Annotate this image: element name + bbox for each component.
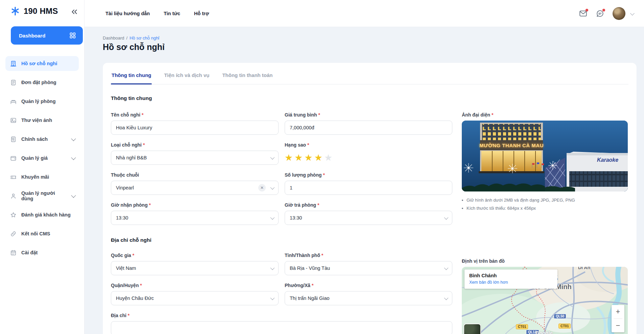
field-gio-tra-phong: Giờ trả phòng 13:30 (285, 202, 452, 225)
topnav-item-tin-tuc[interactable]: Tin tức (164, 11, 180, 16)
map[interactable]: phố Hồ Chí Minh Dĩ An QL50 CT01 CT01 QL1… (462, 267, 628, 334)
star-icon[interactable] (294, 153, 303, 162)
sidebar-item-ket-noi-cms[interactable]: Kết nối CMS (5, 226, 79, 241)
sidebar-item-quan-ly-phong[interactable]: Quản lý phòng (5, 94, 79, 109)
breadcrumb-dashboard[interactable]: Dashboard (103, 35, 124, 41)
sidebar-item-label: Quản lý phòng (21, 99, 75, 104)
section-address-heading: Địa chỉ chỗ nghỉ (111, 237, 452, 243)
mail-button[interactable] (579, 9, 588, 18)
sidebar-item-quan-ly-gia[interactable]: Quản lý giá (5, 151, 79, 165)
map-district-label: Dĩ An (578, 267, 590, 270)
room-count-input[interactable] (285, 181, 452, 195)
grid-icon (69, 32, 76, 39)
sidebar-collapse-icon[interactable] (70, 7, 79, 16)
field-thuoc-chuoi: Thuộc chuỗi Vinpearl ✕ (111, 172, 279, 195)
sidebar-item-ho-so-cho-nghi[interactable]: Hồ sơ chỗ nghỉ (5, 56, 79, 71)
gallery-icon (10, 117, 17, 124)
checkin-select[interactable]: 13:30 (111, 211, 279, 225)
chain-select[interactable]: Vinpearl ✕ (111, 181, 279, 195)
road-badge-ql50: QL50 (554, 314, 566, 319)
chevron-down-icon (270, 265, 275, 270)
zoom-out-button[interactable]: − (612, 319, 624, 332)
bullet-icon (462, 200, 463, 201)
sidebar-item-cai-dat[interactable]: Cài đặt (5, 245, 79, 260)
star-icon[interactable] (304, 153, 312, 162)
clear-icon[interactable]: ✕ (258, 184, 266, 191)
checkout-select[interactable]: 13:30 (285, 211, 452, 225)
map-section: Định vị trên bản đồ (462, 258, 628, 334)
topbar-actions (579, 7, 634, 20)
photo-label: Ảnh đại diện (462, 112, 628, 118)
sidebar-item-danh-gia-khach-hang[interactable]: Đánh giá khách hàng (5, 207, 79, 222)
country-select-value: Việt Nam (116, 265, 136, 271)
map-zoom-control: + − (612, 305, 624, 332)
chevron-down-icon (71, 155, 76, 160)
settings-icon (10, 250, 17, 256)
ward-select[interactable]: Thị trấn Ngãi Giao (285, 291, 452, 305)
sidebar-item-label: Đơn đặt phòng (21, 80, 75, 85)
chevron-down-icon (444, 215, 449, 220)
chevron-down-icon (71, 136, 76, 141)
price-input[interactable] (285, 121, 452, 135)
field-phuong-xa: Phường/Xã Thị trấn Ngãi Giao (285, 283, 452, 305)
tab-thong-tin-chung[interactable]: Thông tin chung (111, 69, 152, 84)
sidebar-item-label: Thư viện ảnh (21, 118, 75, 123)
topnav-item-tai-lieu[interactable]: Tài liệu hướng dẫn (105, 11, 150, 16)
sidebar-item-chinh-sach[interactable]: Chính sách (5, 132, 79, 147)
field-ten-cho-nghi: Tên chỗ nghỉ (111, 112, 279, 135)
chevron-down-icon (270, 155, 275, 159)
map-overlay-link[interactable]: Xem bản đồ lớn hơn (469, 280, 553, 285)
sidebar-item-quan-ly-nguoi-dung[interactable]: Quản lý người dùng (5, 188, 79, 203)
province-select[interactable]: Bà Rịa - Vũng Tàu (285, 261, 452, 275)
tab-tien-ich-dich-vu[interactable]: Tiện ích và dịch vụ (163, 69, 210, 84)
order-icon (10, 79, 17, 86)
featured-photo[interactable]: MƯỜNG THANH CÀ MAU Karaoke (462, 121, 628, 191)
chevron-down-icon (270, 215, 275, 220)
user-avatar[interactable] (613, 7, 625, 20)
star-icon[interactable] (314, 153, 323, 162)
chat-button[interactable] (596, 9, 604, 18)
sidebar-item-don-dat-phong[interactable]: Đơn đặt phòng (5, 75, 79, 90)
tab-bar: Thông tin chung Tiện ích và dịch vụ Thôn… (111, 69, 628, 84)
road-badge-ct01-right: CT01 (558, 324, 571, 329)
zoom-in-button[interactable]: + (612, 305, 624, 318)
chevron-down-icon (444, 265, 449, 270)
map-overlay-title: Bình Chánh (469, 273, 553, 278)
country-select[interactable]: Việt Nam (111, 261, 279, 275)
sidebar-item-khuyen-mai[interactable]: Khuyến mãi (5, 170, 79, 184)
map-label: Định vị trên bản đồ (462, 258, 628, 264)
tab-thong-tin-thanh-toan[interactable]: Thông tin thanh toán (221, 69, 273, 84)
type-select[interactable]: Nhà nghỉ B&B (111, 151, 279, 165)
breadcrumb-current[interactable]: Hồ sơ chỗ nghỉ (129, 35, 159, 41)
star-rating (285, 151, 452, 165)
sidebar-item-label: Hồ sơ chỗ nghỉ (21, 61, 75, 66)
field-label: Tỉnh/Thành phố (285, 253, 452, 258)
dashboard-button[interactable]: Dashboard (11, 26, 83, 45)
sidebar-nav: Hồ sơ chỗ nghỉ Đơn đặt phòng Quản lý phò… (5, 56, 79, 264)
field-dia-chi: Địa chỉ (111, 313, 452, 334)
field-label: Quốc gia (111, 253, 279, 258)
chevron-down-icon (270, 296, 275, 300)
field-label: Quận/Huyện (111, 283, 279, 288)
satellite-view-toggle[interactable] (463, 324, 481, 334)
sidebar-item-label: Khuyến mãi (21, 174, 75, 180)
policy-icon (10, 136, 17, 143)
wallet-icon (10, 155, 17, 161)
topnav-item-ho-tro[interactable]: Hỗ trợ (194, 11, 209, 16)
breadcrumb-separator: / (126, 35, 128, 41)
user-icon (10, 193, 17, 199)
street-input[interactable] (111, 321, 452, 334)
field-hang-sao: Hạng sao (285, 142, 452, 165)
app-logo[interactable]: 190 HMS (10, 6, 58, 16)
notification-dot (602, 9, 605, 11)
name-input[interactable] (111, 121, 279, 135)
chevron-down-icon[interactable] (630, 11, 635, 16)
photo-notes: Giữ hình ảnh dưới 2MB và định dạng JPG, … (462, 198, 628, 211)
field-quoc-gia: Quốc gia Việt Nam (111, 253, 279, 275)
district-select[interactable]: Huyện Châu Đức (111, 291, 279, 305)
sidebar-item-thu-vien-anh[interactable]: Thư viện ảnh (5, 113, 79, 128)
field-quan-huyen: Quận/Huyện Huyện Châu Đức (111, 283, 279, 305)
star-icon[interactable] (324, 153, 332, 162)
star-icon[interactable] (285, 153, 293, 162)
chevron-down-icon (71, 193, 76, 198)
